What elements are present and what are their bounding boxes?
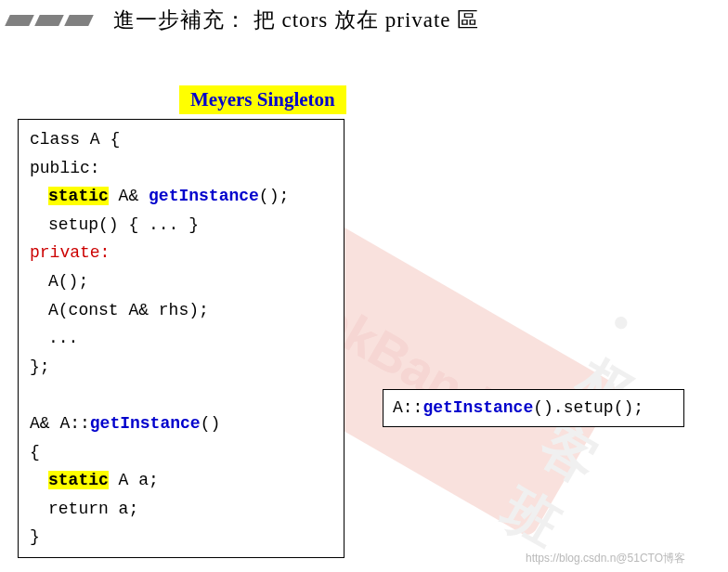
code-line: setup() { ... } xyxy=(30,211,332,240)
header-stripes xyxy=(7,15,91,26)
code-block-class: class A { public: static A& getInstance(… xyxy=(18,119,344,558)
stripe-icon xyxy=(64,15,94,26)
stripe-icon xyxy=(34,15,64,26)
attribution-text: https://blog.csdn.n@51CTO博客 xyxy=(526,551,685,566)
code-line: } xyxy=(30,523,332,552)
code-line: static A& getInstance(); xyxy=(30,182,332,211)
code-line: A(); xyxy=(30,267,332,296)
code-line: A& A::getInstance() xyxy=(30,410,332,438)
code-line: private: xyxy=(30,239,332,267)
page-title: 進一步補充： 把 ctors 放在 private 區 xyxy=(113,6,479,34)
banner-meyers-singleton: Meyers Singleton xyxy=(179,85,346,114)
watermark-cn: •极客班 xyxy=(488,287,684,567)
code-line: return a; xyxy=(30,495,332,524)
code-line: ... xyxy=(30,324,332,353)
code-line xyxy=(30,381,332,410)
stripe-icon xyxy=(5,15,34,26)
code-line: A(const A& rhs); xyxy=(30,296,332,325)
code-line: public: xyxy=(30,154,332,183)
slide-header: 進一步補充： 把 ctors 放在 private 區 xyxy=(0,0,728,34)
code-line: }; xyxy=(30,353,332,382)
code-block-usage: A::getInstance().setup(); xyxy=(383,389,684,427)
code-line: static A a; xyxy=(30,466,332,495)
code-line: class A { xyxy=(30,125,332,154)
code-line: { xyxy=(30,438,332,467)
